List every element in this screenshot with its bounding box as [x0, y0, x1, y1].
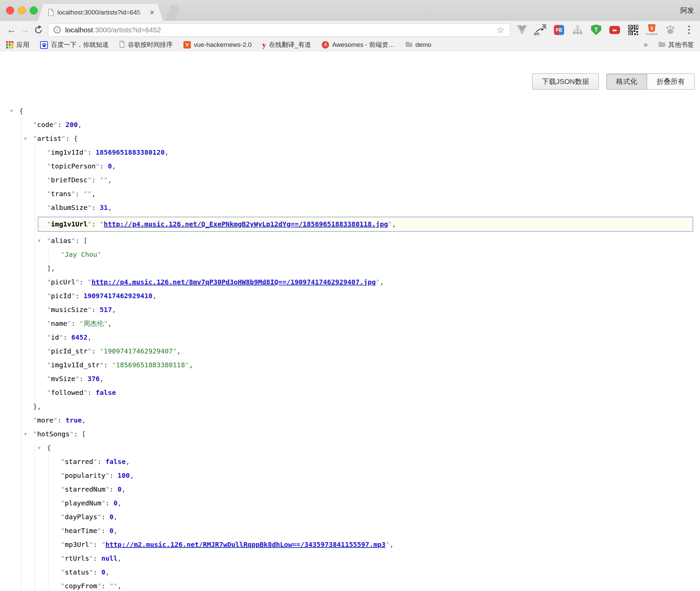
page-icon [48, 9, 54, 16]
sitemap-icon[interactable] [571, 24, 584, 36]
html5-player-icon[interactable]: 5 PLAYER [645, 24, 658, 36]
json-line: "mvSize": 376, [0, 372, 700, 386]
collapse-all-button[interactable]: 折叠所有 [647, 73, 695, 90]
json-line-highlighted: "img1v1Url": "http://p4.music.126.net/Q_… [0, 215, 700, 234]
download-json-button[interactable]: 下载JSON数据 [532, 73, 599, 90]
awesomes-icon: A [322, 41, 329, 49]
bookmark-label: 在线翻译_有道 [269, 40, 311, 49]
json-url-link[interactable]: http://m2.music.126.net/RMJR7wDullRqppBk… [105, 540, 385, 549]
bookmark-google-sort[interactable]: 谷歌按时间排序 [119, 40, 173, 49]
other-bookmarks-label: 其他书签 [668, 40, 694, 49]
json-line: ▼"artist": { [0, 132, 700, 146]
url-path: :3000/artists?id=6452 [93, 26, 161, 34]
qr-code-icon[interactable] [627, 24, 640, 36]
json-line: ], [0, 261, 700, 275]
json-tree: ▼{"code": 200,▼"artist": {"img1v1Id": 18… [0, 104, 700, 591]
extension-icons: 英 en FE T ▸▸ 5 PLAYER [516, 24, 695, 36]
json-line: "albumSize": 31, [0, 201, 700, 215]
json-line: "Jay Chou" [0, 248, 700, 261]
apps-grid-icon [6, 41, 13, 49]
reload-button[interactable] [32, 26, 45, 34]
json-line: "dayPlays": 0, [0, 510, 700, 524]
collapse-triangle-icon[interactable]: ▼ [10, 104, 13, 118]
profile-name[interactable]: 阿发 [680, 0, 694, 21]
json-line: "topicPerson": 0, [0, 159, 700, 173]
json-line: "picId_str": "19097417462929407", [0, 344, 700, 358]
json-line: "picUrl": "http://p4.music.126.net/8mv7q… [0, 275, 700, 289]
json-line: "img1v1Id": 18569651883380120, [0, 146, 700, 159]
json-line: "starredNum": 0, [0, 483, 700, 496]
json-line: "picId": 19097417462929410, [0, 289, 700, 303]
json-line: "name": "周杰伦", [0, 317, 700, 331]
json-line: ▼{ [0, 104, 700, 118]
close-button[interactable] [6, 6, 14, 14]
bookmark-youdao[interactable]: y 在线翻译_有道 [262, 40, 311, 49]
bookmark-label: demo [415, 41, 432, 49]
tampermonkey-icon[interactable]: T [590, 24, 603, 36]
vue-devtools-icon[interactable] [516, 24, 528, 36]
json-url-link[interactable]: http://p4.music.126.net/Q_ExePNkmgB2yWyL… [104, 220, 388, 228]
json-url-link[interactable]: http://p4.music.126.net/8mv7qP30Pd3oHW8b… [91, 278, 376, 286]
collapse-triangle-icon[interactable]: ▼ [38, 234, 40, 248]
json-line: "status": 0, [0, 565, 700, 579]
baidu-paw-icon [40, 41, 48, 49]
json-line: "playedNum": 0, [0, 496, 700, 510]
paw-extension-icon[interactable] [664, 24, 677, 36]
browser-menu-icon[interactable] [682, 24, 695, 36]
bookmark-apps[interactable]: 应用 [6, 40, 29, 49]
fe-helper-icon[interactable]: FE [553, 24, 565, 36]
format-button[interactable]: 格式化 [606, 73, 647, 90]
bookmark-label: 百度一下，你就知道 [51, 40, 109, 49]
page-icon [119, 41, 125, 49]
bookmark-star-icon[interactable]: ☆ [497, 26, 504, 34]
collapse-triangle-icon[interactable]: ▼ [24, 132, 27, 146]
bookmark-label: 谷歌按时间排序 [128, 40, 173, 49]
tab-title: localhost:3000/artists?id=645 [57, 9, 148, 16]
json-line: "copyFrom": "", [0, 579, 700, 591]
tab-close-icon[interactable]: × [150, 8, 154, 17]
site-info-icon[interactable]: i [54, 26, 61, 33]
translate-extension-icon[interactable]: 英 en [534, 24, 547, 36]
json-line: "mp3Url": "http://m2.music.126.net/RMJR7… [0, 538, 700, 552]
bookmark-baidu[interactable]: 百度一下，你就知道 [40, 40, 109, 49]
forward-button[interactable]: → [18, 25, 32, 35]
json-line: "img1v1Id_str": "18569651883380118", [0, 358, 700, 372]
back-button[interactable]: ← [5, 25, 18, 35]
video-player-extension-icon[interactable]: ▸▸ [608, 24, 621, 36]
json-line: "id": 6452, [0, 331, 700, 344]
json-line: "briefDesc": "", [0, 173, 700, 187]
bookmark-label: 应用 [17, 40, 29, 49]
bookmark-demo-folder[interactable]: demo [406, 41, 432, 49]
json-line: ▼"hotSongs": [ [0, 427, 700, 441]
bookmarks-bar: 应用 百度一下，你就知道 谷歌按时间排序 V vue-hackernews-2.… [0, 39, 700, 51]
url-host: localhost [65, 26, 93, 34]
vue-bookmark-icon: V [183, 41, 191, 49]
json-line: "code": 200, [0, 118, 700, 132]
json-line: "more": true, [0, 413, 700, 427]
collapse-triangle-icon[interactable]: ▼ [38, 441, 40, 455]
json-line: "musicSize": 517, [0, 303, 700, 317]
json-line: ▼"alias": [ [0, 234, 700, 248]
bookmarks-overflow-icon[interactable]: » [644, 40, 648, 49]
window-controls [6, 6, 38, 14]
bookmark-label: vue-hackernews-2.0 [194, 41, 252, 49]
other-bookmarks-folder[interactable]: 其他书签 [659, 40, 694, 49]
minimize-button[interactable] [18, 6, 26, 14]
new-tab-button[interactable] [166, 5, 179, 21]
json-line: "hearTime": 0, [0, 524, 700, 538]
bookmark-awesomes[interactable]: A Awesomes - 前端资… [322, 40, 395, 49]
json-line: ▼{ [0, 441, 700, 455]
maximize-button[interactable] [30, 6, 38, 14]
folder-icon [406, 41, 412, 49]
collapse-triangle-icon[interactable]: ▼ [24, 427, 27, 441]
bookmark-vue-hackernews[interactable]: V vue-hackernews-2.0 [183, 41, 252, 49]
url-text: localhost:3000/artists?id=6452 [65, 26, 161, 34]
json-line: "starred": false, [0, 455, 700, 469]
toolbar: ← → i localhost:3000/artists?id=6452 ☆ 英… [0, 21, 700, 39]
address-bar[interactable]: i localhost:3000/artists?id=6452 ☆ [48, 23, 510, 37]
json-line: "trans": "", [0, 187, 700, 201]
json-line: }, [0, 400, 700, 413]
browser-tab[interactable]: localhost:3000/artists?id=645 × [38, 4, 163, 21]
format-collapse-group: 格式化 折叠所有 [606, 73, 695, 90]
json-line: "popularity": 100, [0, 469, 700, 483]
